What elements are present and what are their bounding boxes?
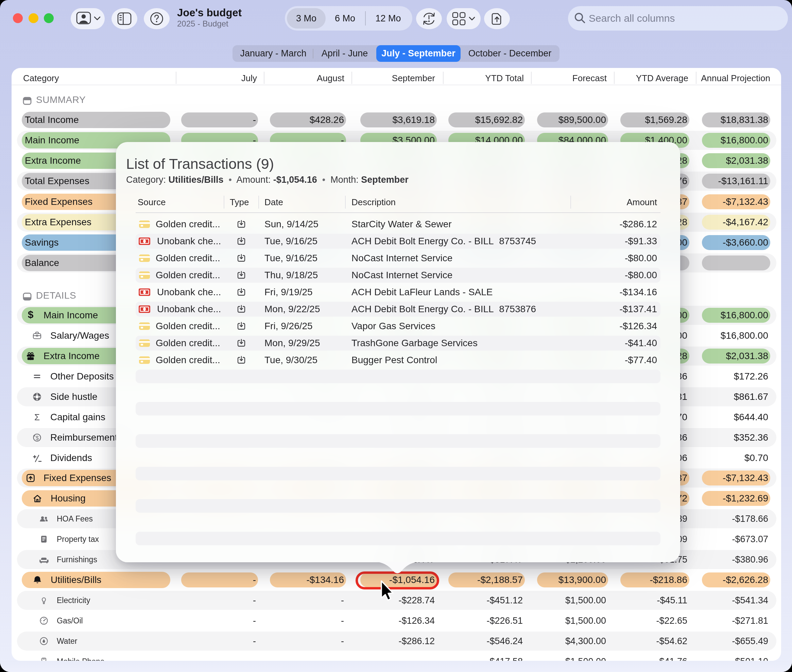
svg-text:$: $ [36, 435, 39, 441]
svg-text:$: $ [28, 310, 34, 320]
svg-text:Σ: Σ [34, 413, 40, 422]
